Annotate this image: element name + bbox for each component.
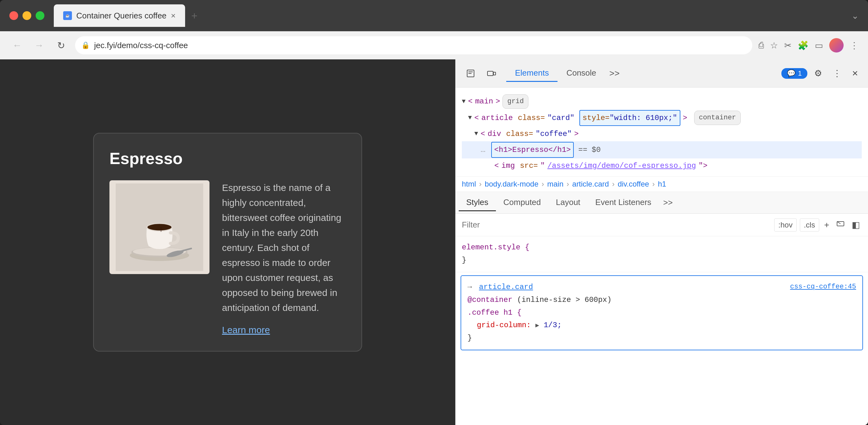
grid-column-val: 1/3; bbox=[544, 321, 562, 329]
devtools-panel: Elements Console >> 💬 1 ⚙ ⋮ × bbox=[455, 59, 868, 425]
devtools-menu-icon[interactable]: ⋮ bbox=[829, 68, 845, 78]
sub-tabs: Styles Computed Layout Event Listeners >… bbox=[456, 192, 868, 214]
h1-selected: <h1>Espresso</h1> bbox=[491, 142, 574, 158]
breadcrumb-div[interactable]: div.coffee bbox=[618, 180, 649, 189]
tab-elements[interactable]: Elements bbox=[506, 65, 558, 82]
device-toggle-icon[interactable] bbox=[483, 65, 500, 82]
browser-menu-chevron[interactable]: ⌄ bbox=[851, 11, 859, 21]
card-body: Espresso is the name of a highly concent… bbox=[110, 180, 346, 335]
container-rule-box: css-cq-coffee:45 → article.card @contain… bbox=[461, 275, 863, 350]
bookmark-icon[interactable]: ☆ bbox=[770, 40, 778, 51]
style-toggle-icon[interactable] bbox=[834, 218, 847, 232]
element-style-selector: element.style { bbox=[462, 243, 529, 252]
breadcrumb-h1[interactable]: h1 bbox=[658, 180, 666, 189]
devtools-toolbar: Elements Console >> 💬 1 ⚙ ⋮ × bbox=[456, 59, 868, 88]
container-query-line: @container (inline-size > 600px) bbox=[467, 294, 856, 306]
svg-text:☕: ☕ bbox=[65, 13, 70, 18]
webpage: Espresso bbox=[0, 59, 455, 425]
card-title: Espresso bbox=[110, 149, 346, 168]
tab-event-listeners[interactable]: Event Listeners bbox=[588, 194, 659, 211]
devtools-tabs: Elements Console >> bbox=[503, 65, 778, 82]
breadcrumb-article[interactable]: article.card bbox=[572, 180, 609, 189]
dom-main-line[interactable]: ▼ <main> grid bbox=[462, 94, 862, 109]
dom-tree: ▼ <main> grid ▼ <article class="card" st… bbox=[456, 88, 868, 176]
article-card-link[interactable]: article.card bbox=[479, 283, 533, 291]
user-avatar[interactable] bbox=[829, 38, 844, 53]
img-src-link[interactable]: /assets/img/demo/cof-espresso.jpg bbox=[548, 159, 696, 172]
filter-input[interactable] bbox=[462, 220, 771, 230]
tab-title: Container Queries coffee bbox=[76, 11, 167, 21]
learn-more-link[interactable]: Learn more bbox=[222, 325, 346, 335]
dom-img-line[interactable]: <img src=" /assets/img/demo/cof-espresso… bbox=[462, 158, 862, 173]
tab-console[interactable]: Console bbox=[558, 65, 605, 82]
element-style-rule: element.style { } bbox=[456, 236, 868, 272]
back-button[interactable]: ← bbox=[9, 37, 25, 53]
address-bar: ← → ↻ 🔒 jec.fyi/demo/css-cq-coffee ⎙ ☆ ✂… bbox=[0, 31, 868, 59]
content-area: Espresso bbox=[0, 59, 868, 425]
forward-button[interactable]: → bbox=[31, 37, 47, 53]
tab-styles[interactable]: Styles bbox=[459, 194, 496, 211]
tab-layout[interactable]: Layout bbox=[549, 194, 588, 211]
coffee-h1-selector: .coffee h1 { bbox=[467, 306, 856, 319]
active-tab[interactable]: ☕ Container Queries coffee × bbox=[54, 4, 185, 27]
close-button[interactable] bbox=[9, 11, 18, 20]
sub-tabs-more[interactable]: >> bbox=[659, 198, 677, 207]
tab-computed[interactable]: Computed bbox=[496, 194, 549, 211]
sidebar-icon[interactable]: ▭ bbox=[815, 40, 823, 51]
minimize-button[interactable] bbox=[23, 11, 31, 20]
styles-panel: element.style { } css-cq-coffee:45 → art… bbox=[456, 236, 868, 425]
chrome-menu-icon[interactable]: ⋮ bbox=[850, 40, 859, 51]
style-attr-highlight: style="width: 610px;" bbox=[579, 110, 680, 126]
address-actions: ⎙ ☆ ✂ 🧩 ▭ ⋮ bbox=[758, 38, 859, 53]
card-description: Espresso is the name of a highly concent… bbox=[222, 180, 346, 335]
maximize-button[interactable] bbox=[36, 11, 44, 20]
cut-icon[interactable]: ✂ bbox=[784, 40, 792, 51]
container-condition: (inline-size > 600px) bbox=[517, 296, 611, 304]
refresh-button[interactable]: ↻ bbox=[53, 37, 69, 53]
grid-badge: grid bbox=[502, 94, 528, 109]
dom-div-line[interactable]: ▼ <div class="coffee" > bbox=[462, 127, 862, 141]
devtools-close-button[interactable]: × bbox=[848, 67, 862, 79]
new-tab-button[interactable]: + bbox=[185, 10, 204, 22]
grid-column-rule: grid-column: ▶ 1/3; bbox=[467, 319, 856, 332]
url-bar[interactable]: 🔒 jec.fyi/demo/css-cq-coffee bbox=[75, 36, 752, 54]
share-icon[interactable]: ⎙ bbox=[758, 40, 764, 50]
tabs-more[interactable]: >> bbox=[605, 68, 624, 78]
add-style-icon[interactable]: + bbox=[823, 218, 831, 232]
filter-actions: :hov .cls + ◧ bbox=[774, 218, 862, 232]
breadcrumb-body[interactable]: body.dark-mode bbox=[485, 180, 538, 189]
url-text: jec.fyi/demo/css-cq-coffee bbox=[94, 41, 188, 50]
espresso-image bbox=[110, 180, 210, 274]
grid-column-prop: grid-column: bbox=[477, 321, 531, 329]
svg-line-15 bbox=[837, 222, 840, 224]
cls-filter[interactable]: .cls bbox=[800, 219, 819, 232]
tab-close-button[interactable]: × bbox=[171, 11, 176, 21]
tab-favicon: ☕ bbox=[63, 11, 72, 20]
dom-h1-line[interactable]: … <h1>Espresso</h1> == $0 bbox=[462, 141, 862, 158]
breadcrumb-html[interactable]: html bbox=[462, 180, 476, 189]
notification-badge[interactable]: 💬 1 bbox=[781, 68, 807, 79]
at-container: @container bbox=[467, 296, 513, 304]
title-bar: ☕ Container Queries coffee × + ⌄ bbox=[0, 0, 868, 31]
browser-window: ☕ Container Queries coffee × + ⌄ ← → ↻ 🔒… bbox=[0, 0, 868, 425]
lock-icon: 🔒 bbox=[81, 41, 90, 50]
inspector-icon[interactable] bbox=[462, 65, 479, 82]
dom-article-line[interactable]: ▼ <article class="card" style="width: 61… bbox=[462, 109, 862, 127]
svg-rect-13 bbox=[493, 72, 496, 75]
dollar-zero: $0 bbox=[592, 143, 601, 157]
settings-icon[interactable]: ⚙ bbox=[810, 68, 826, 78]
card-text: Espresso is the name of a highly concent… bbox=[222, 180, 346, 315]
breadcrumb-bar: html › body.dark-mode › main › article.c… bbox=[456, 176, 868, 192]
hov-filter[interactable]: :hov bbox=[774, 219, 796, 232]
expand-arrow-icon[interactable]: ▶ bbox=[535, 322, 539, 329]
container-badge: container bbox=[694, 110, 741, 125]
breadcrumb-main[interactable]: main bbox=[547, 180, 563, 189]
container-arrow-icon: → bbox=[467, 283, 472, 291]
traffic-lights bbox=[9, 11, 44, 20]
tab-bar: ☕ Container Queries coffee × + bbox=[54, 4, 845, 27]
file-reference[interactable]: css-cq-coffee:45 bbox=[790, 281, 856, 293]
container-rule-close: } bbox=[467, 332, 856, 345]
breakpoint-icon[interactable]: ◧ bbox=[850, 218, 862, 232]
svg-rect-12 bbox=[488, 71, 493, 76]
extensions-icon[interactable]: 🧩 bbox=[798, 40, 809, 51]
